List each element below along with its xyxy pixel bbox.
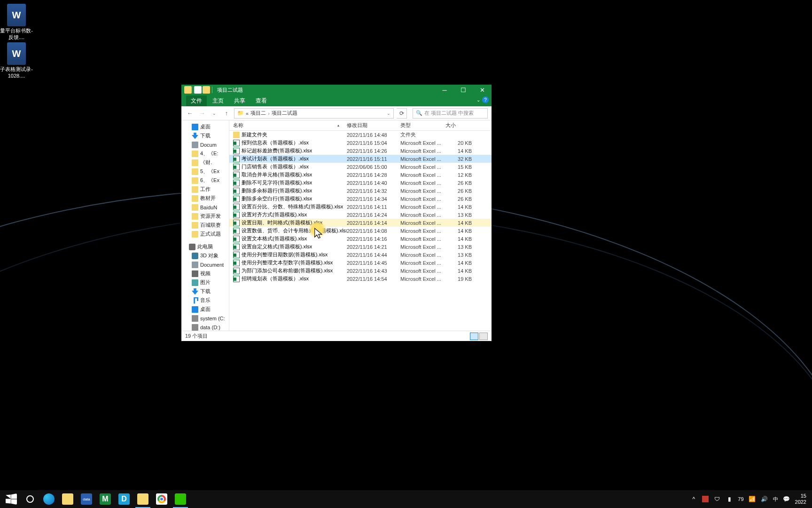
forward-button[interactable]: → (197, 109, 207, 118)
sidebar-item-label: 下载 (200, 132, 211, 139)
expand-ribbon-icon[interactable]: ⌄ (476, 97, 480, 103)
file-row[interactable]: 删除不可见字符(答题模板).xlsx2022/11/16 14:40Micros… (229, 179, 492, 187)
tab-view[interactable]: 查看 (251, 95, 272, 106)
address-bar[interactable]: 📁 « 项目二 › 项目二试题 ⌄ (234, 108, 394, 119)
file-row[interactable]: 报到信息表（答题模板）.xlsx2022/11/16 15:04Microsof… (229, 139, 492, 147)
file-name: 设置数值、货币、会计专用格式(答题模板).xlsx (242, 227, 347, 234)
tab-share[interactable]: 共享 (229, 95, 250, 106)
view-details-button[interactable] (470, 333, 478, 340)
sidebar-this-pc[interactable]: 此电脑 (181, 242, 229, 251)
file-row[interactable]: 设置数值、货币、会计专用格式(答题模板).xlsx2022/11/16 14:0… (229, 227, 492, 235)
search-input[interactable]: 🔍 在 项目二试题 中搜索 (413, 108, 488, 119)
col-header-name[interactable]: 名称▴ (229, 122, 343, 129)
file-row[interactable]: 标记超标差旅费(答题模板).xlsx2022/11/16 14:26Micros… (229, 147, 492, 155)
excel-file-icon (233, 196, 240, 202)
back-button[interactable]: ← (185, 109, 195, 118)
nav-tree[interactable]: 桌面下载Docum4、《E:《财.5、《Ex6、《Ex工作教材开BaiduN资源… (181, 120, 229, 331)
file-row[interactable]: 为部门添加公司名称前缀(答题模板).xlsx2022/11/16 14:43Mi… (229, 267, 492, 275)
titlebar[interactable]: 项目二试题 ─ ☐ ✕ (181, 85, 492, 95)
sidebar-item[interactable]: 《财. (181, 158, 229, 167)
taskbar-app[interactable]: data (77, 490, 96, 508)
search-button[interactable] (21, 490, 39, 508)
taskbar-app[interactable]: M (96, 490, 115, 508)
recent-dropdown[interactable]: ⌄ (210, 109, 219, 118)
tab-file[interactable]: 文件 (186, 95, 207, 106)
ime-indicator[interactable]: 中 (773, 496, 778, 503)
col-header-type[interactable]: 类型 (397, 122, 442, 129)
file-row[interactable]: 门店销售表（答题模板）.xlsx2022/06/06 15:00Microsof… (229, 163, 492, 171)
sidebar-item[interactable]: 百城联赛 (181, 221, 229, 230)
help-icon[interactable]: ? (482, 96, 489, 103)
sidebar-item[interactable]: 6、《Ex (181, 176, 229, 185)
file-row[interactable]: 设置日期、时间格式(答题模板).xlsx2022/11/16 14:14Micr… (229, 219, 492, 227)
col-header-size[interactable]: 大小 (442, 122, 475, 129)
up-button[interactable]: ↑ (222, 109, 231, 118)
file-row[interactable]: 招聘规划表（答题模板）.xlsx2022/11/16 14:54Microsof… (229, 275, 492, 283)
file-row[interactable]: 考试计划表（答题模板）.xlsx2022/11/16 15:11Microsof… (229, 155, 492, 163)
sidebar-item[interactable]: 工作 (181, 185, 229, 194)
separator (193, 86, 193, 94)
breadcrumb-item[interactable]: 项目二试题 (272, 110, 297, 117)
close-button[interactable]: ✕ (473, 85, 492, 95)
tray-notify-icon[interactable]: 💬 (783, 495, 790, 503)
sidebar-item[interactable]: system (C: (181, 314, 229, 323)
file-row[interactable]: 使用分列整理文本型数字(答题模板).xlsx2022/11/16 14:45Mi… (229, 259, 492, 267)
tray-wifi-icon[interactable]: 📶 (749, 495, 756, 503)
sidebar-item[interactable]: 教材开 (181, 194, 229, 203)
taskbar-explorer[interactable] (133, 490, 152, 508)
file-size: 14 KB (445, 228, 475, 234)
sidebar-item[interactable]: 图片 (181, 278, 229, 287)
taskbar-edge[interactable] (39, 490, 58, 508)
column-headers: 名称▴ 修改日期 类型 大小 (229, 120, 492, 131)
tray-chevron-icon[interactable]: ^ (690, 495, 697, 503)
chevron-down-icon[interactable]: ⌄ (387, 111, 390, 116)
start-button[interactable] (2, 490, 21, 508)
tab-home[interactable]: 主页 (208, 95, 228, 106)
file-row[interactable]: 取消合并单元格(答题模板).xlsx2022/11/16 14:28Micros… (229, 171, 492, 179)
sidebar-item[interactable]: 视频 (181, 269, 229, 278)
file-row[interactable]: 设置自定义格式(答题模板).xlsx2022/11/16 14:21Micros… (229, 243, 492, 251)
sidebar-item[interactable]: 5、《Ex (181, 167, 229, 176)
folder-icon (192, 177, 198, 184)
maximize-button[interactable]: ☐ (454, 85, 473, 95)
view-icons-button[interactable] (479, 333, 488, 340)
sidebar-item[interactable]: Document (181, 260, 229, 269)
file-row[interactable]: 设置百分比、分数、特殊格式(答题模板).xlsx2022/11/16 14:11… (229, 203, 492, 211)
minimize-button[interactable]: ─ (435, 85, 454, 95)
taskbar-wechat[interactable] (171, 490, 190, 508)
taskbar-app[interactable] (58, 490, 77, 508)
qat-icon[interactable] (194, 86, 202, 94)
col-header-date[interactable]: 修改日期 (343, 122, 397, 129)
file-list[interactable]: 名称▴ 修改日期 类型 大小 新建文件夹2022/11/16 14:48文件夹报… (229, 120, 492, 331)
desktop-icon[interactable]: 子表格测试录-1028.... (0, 42, 33, 79)
sidebar-item[interactable]: 下载 (181, 287, 229, 296)
tray-battery-icon[interactable]: ▮ (726, 495, 733, 503)
file-row[interactable]: 新建文件夹2022/11/16 14:48文件夹 (229, 131, 492, 139)
sidebar-item[interactable]: 资源开发 (181, 212, 229, 221)
sidebar-item[interactable]: 3D 对象 (181, 251, 229, 260)
file-row[interactable]: 设置对齐方式(答题模板).xlsx2022/11/16 14:24Microso… (229, 211, 492, 219)
taskbar-chrome[interactable] (152, 490, 171, 508)
clock[interactable]: 15 2022 (795, 493, 806, 505)
tray-app-icon[interactable] (702, 496, 709, 502)
breadcrumb-item[interactable]: 项目二 (250, 110, 266, 117)
sidebar-item[interactable]: 下载 (181, 131, 229, 140)
file-row[interactable]: 使用分列整理日期数据(答题模板).xlsx2022/11/16 14:44Mic… (229, 251, 492, 259)
sidebar-item[interactable]: data (D:) (181, 323, 229, 331)
file-row[interactable]: 删除多余空白行(答题模板).xlsx2022/11/16 14:34Micros… (229, 195, 492, 203)
desktop-icon[interactable]: 量平台标书数-反馈.... (0, 4, 33, 41)
sidebar-item[interactable]: 音乐 (181, 296, 229, 305)
tray-shield-icon[interactable]: 🛡 (713, 495, 721, 503)
sidebar-item[interactable]: Docum (181, 140, 229, 149)
qat-icon[interactable] (203, 86, 210, 94)
sidebar-item[interactable]: BaiduN (181, 203, 229, 212)
sidebar-item[interactable]: 桌面 (181, 122, 229, 131)
sidebar-item[interactable]: 4、《E: (181, 149, 229, 158)
refresh-button[interactable]: ⟳ (397, 108, 407, 119)
tray-volume-icon[interactable]: 🔊 (761, 495, 768, 503)
sidebar-item[interactable]: 正式试题 (181, 230, 229, 238)
sidebar-item[interactable]: 桌面 (181, 305, 229, 314)
taskbar-app[interactable]: D (115, 490, 133, 508)
file-row[interactable]: 设置文本格式(答题模板).xlsx2022/11/16 14:16Microso… (229, 235, 492, 243)
file-row[interactable]: 删除多余标题行(答题模板).xlsx2022/11/16 14:32Micros… (229, 187, 492, 195)
